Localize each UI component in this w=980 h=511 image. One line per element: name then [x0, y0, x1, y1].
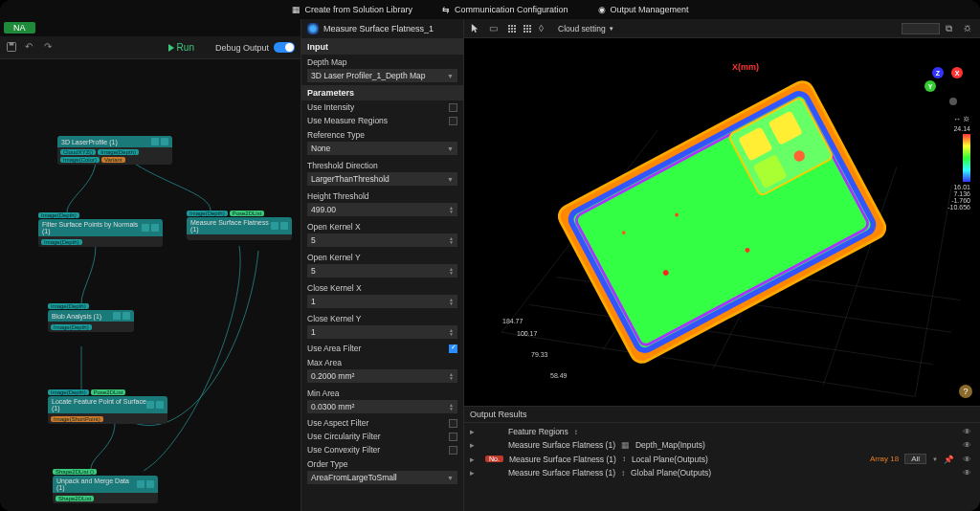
node-expand-icon[interactable] [146, 480, 154, 488]
spinner-icon[interactable]: ▲▼ [449, 372, 454, 380]
node-3d-laser-profile[interactable]: 3D LaserProfile (1) CloudXYZ() Image(Dep… [57, 136, 172, 165]
save-icon[interactable] [6, 41, 19, 55]
settings-icon[interactable]: ⛭ [963, 23, 974, 34]
port-chip[interactable]: Image(Depth) [38, 212, 79, 218]
menu-output-mgmt[interactable]: ◉ Output Management [597, 5, 689, 14]
output-row[interactable]: ▸ Measure Surface Flatness (1) ▦ Depth_M… [464, 438, 980, 452]
pin-icon[interactable]: 📌 [944, 455, 953, 464]
node-gear-icon[interactable] [146, 401, 154, 409]
node-expand-icon[interactable] [156, 401, 164, 409]
3d-viewport[interactable]: X(mm) X Z Y ↔ ⛭ 24.14 16.01 7.136 [464, 38, 980, 406]
node-expand-icon[interactable] [280, 222, 288, 230]
use-conv-checkbox[interactable] [449, 446, 457, 455]
node-gear-icon[interactable] [113, 312, 121, 320]
order-type-dropdown[interactable]: AreaFromLargeToSmall▼ [307, 471, 457, 484]
spinner-icon[interactable]: ▲▼ [449, 403, 454, 411]
expand-icon[interactable]: ▸ [470, 440, 479, 450]
port-chip[interactable]: Image(Depth) [98, 149, 139, 155]
help-icon[interactable]: ? [959, 385, 972, 398]
visibility-icon[interactable]: 👁 [963, 427, 974, 436]
node-blob-analysis[interactable]: Image(Depth) Blob Analysis (1) Image(Dep… [48, 303, 134, 332]
port-chip[interactable]: Image(Depth) [41, 239, 82, 245]
close-ky-input[interactable]: 1▲▼ [307, 325, 457, 339]
menu-create-solution[interactable]: ▦ Create from Solution Library [291, 5, 412, 14]
spinner-icon[interactable]: ▲▼ [449, 206, 454, 213]
port-chip[interactable]: Image(Depth) [51, 324, 92, 330]
node-unpack-merge[interactable]: Shape2DList () Unpack and Merge Data (1)… [53, 469, 158, 503]
close-kx-input[interactable]: 1▲▼ [307, 295, 457, 308]
open-ky-input[interactable]: 5▲▼ [307, 264, 457, 278]
node-filter-surface-normals[interactable]: Image(Depth) Filter Surface Points by No… [38, 212, 163, 247]
sort-icon[interactable]: ↕ [622, 455, 626, 463]
use-circ-checkbox[interactable] [449, 433, 457, 441]
expand-icon[interactable]: ▸ [470, 468, 479, 478]
plane-icon[interactable]: ◊ [539, 23, 550, 34]
array-filter-dropdown[interactable]: All [904, 454, 926, 464]
cursor-icon[interactable] [470, 23, 481, 34]
node-expand-icon[interactable] [151, 224, 159, 232]
spinner-icon[interactable]: ▲▼ [449, 298, 454, 305]
undo-icon[interactable]: ↶ [25, 41, 38, 55]
output-row[interactable]: ▸ Measure Surface Flatness (1) ↕ Global … [464, 466, 980, 479]
use-aspect-checkbox[interactable] [449, 419, 457, 428]
visibility-icon[interactable]: 👁 [963, 440, 974, 450]
select-icon[interactable]: ▭ [489, 23, 501, 34]
depth-map-dropdown[interactable]: 3D Laser Profiler_1_Depth Map ▼ [307, 69, 457, 82]
view-preset-dropdown[interactable] [902, 23, 940, 34]
port-chip[interactable]: Image(Depth) [48, 389, 89, 395]
grid-dots2-icon[interactable] [523, 23, 535, 34]
legend-arrow-icon[interactable]: ↔ [953, 115, 961, 123]
z-axis-ball[interactable]: Z [932, 67, 944, 78]
port-chip[interactable]: Image(Depth) [48, 303, 89, 309]
popout-icon[interactable]: ⧉ [946, 23, 957, 34]
port-chip[interactable]: Pose2DList [91, 389, 126, 395]
debug-toggle[interactable] [274, 42, 295, 53]
port-chip[interactable]: Image(Color) [60, 157, 100, 163]
open-kx-input[interactable]: 5▲▼ [307, 233, 457, 247]
node-gear-icon[interactable] [271, 222, 278, 230]
axis-neg-ball[interactable] [949, 98, 957, 105]
spinner-icon[interactable]: ▲▼ [449, 236, 454, 244]
y-axis-ball[interactable]: Y [924, 80, 936, 92]
port-chip[interactable]: CloudXYZ() [60, 149, 96, 155]
output-row[interactable]: ▸ Feature Regions ↕ 👁 [464, 425, 980, 438]
ref-type-dropdown[interactable]: None▼ [307, 142, 457, 155]
port-chip[interactable]: Shape2DList () [53, 469, 97, 475]
spinner-icon[interactable]: ▲▼ [449, 267, 454, 275]
thresh-dir-dropdown[interactable]: LargerThanThreshold▼ [307, 172, 457, 186]
grid-dots-icon[interactable] [508, 23, 520, 34]
port-chip[interactable]: Pose2DList [230, 211, 265, 216]
use-regions-checkbox[interactable] [449, 117, 457, 125]
visibility-icon[interactable]: 👁 [963, 468, 974, 478]
redo-icon[interactable]: ↷ [44, 41, 57, 55]
max-area-input[interactable]: 0.2000 mm²▲▼ [307, 369, 457, 383]
tab-na[interactable]: NA [4, 22, 35, 33]
visibility-icon[interactable]: 👁 [963, 455, 974, 464]
node-expand-icon[interactable] [122, 312, 130, 320]
port-chip[interactable]: Image(Depth) [187, 211, 228, 216]
legend-gear-icon[interactable]: ⛭ [963, 115, 970, 123]
sort-icon[interactable]: ↕ [621, 469, 625, 478]
node-measure-flatness[interactable]: Image(Depth) Pose2DList Measure Surface … [187, 211, 292, 240]
port-chip[interactable]: Image(ShortPoint) [51, 416, 103, 422]
node-graph-canvas[interactable]: 3D LaserProfile (1) CloudXYZ() Image(Dep… [0, 59, 301, 511]
min-area-input[interactable]: 0.0300 mm²▲▼ [307, 400, 457, 413]
sort-icon[interactable]: ↕ [574, 428, 578, 436]
expand-icon[interactable]: ▸ [470, 455, 479, 464]
node-locate-feature-point[interactable]: Image(Depth) Pose2DList Locate Feature P… [48, 389, 167, 424]
menu-comm-config[interactable]: ⇆ Communication Configuration [441, 5, 568, 14]
node-gear-icon[interactable] [151, 138, 159, 145]
use-intensity-checkbox[interactable] [449, 103, 457, 112]
use-area-checkbox[interactable] [449, 344, 457, 353]
x-axis-ball[interactable]: X [951, 67, 963, 78]
expand-icon[interactable]: ▸ [470, 427, 479, 436]
port-chip[interactable]: Variant [101, 157, 125, 163]
port-chip[interactable]: Shape2DList [56, 496, 94, 501]
height-thresh-input[interactable]: 499.00▲▼ [307, 203, 457, 216]
spinner-icon[interactable]: ▲▼ [449, 328, 454, 336]
cloud-setting-dropdown[interactable]: Cloud setting ▼ [558, 24, 614, 33]
run-button[interactable]: Run [168, 42, 194, 53]
node-gear-icon[interactable] [142, 224, 149, 232]
node-gear-icon[interactable] [137, 480, 145, 488]
axis-gizmo[interactable]: X Z Y [924, 67, 963, 105]
